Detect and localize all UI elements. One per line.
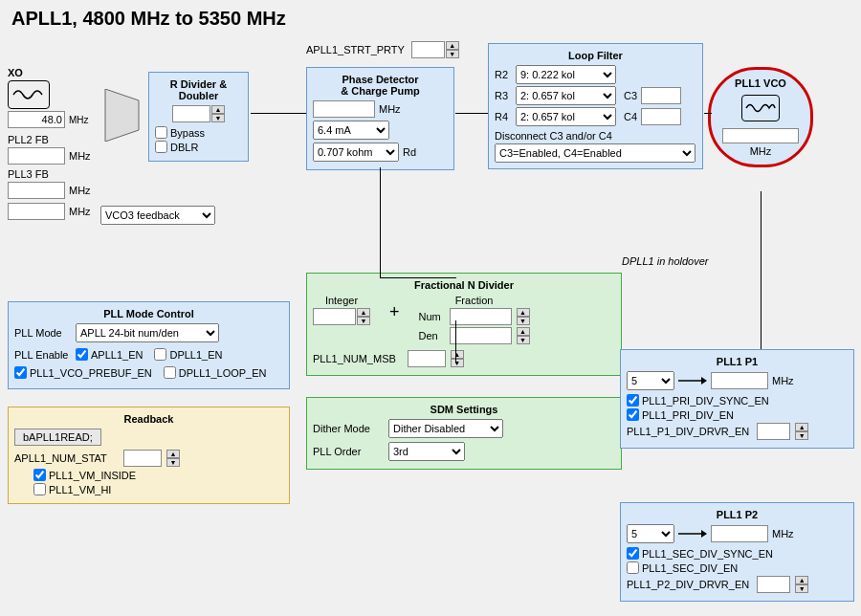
p1-panel: PLL1 P1 5 1000.0 MHz PLL1_PRI_DIV_SYNC_E… [620, 349, 854, 449]
p1-div-drvr-input[interactable]: 1 [757, 423, 790, 440]
xo-section: XO 48.0 MHz PLL2 FB 1406.25 MHz PLL3 FB … [8, 67, 94, 222]
svg-marker-0 [105, 89, 139, 142]
pll1-vco-prebuf-checkbox[interactable] [14, 366, 27, 379]
p2-div-drvr-up[interactable]: ▲ [795, 576, 808, 584]
pd-freq-input[interactable]: 122.88 [313, 100, 375, 118]
frac-den-down[interactable]: ▼ [517, 336, 530, 344]
lf-r3-select[interactable]: 2: 0.657 kol [516, 86, 616, 105]
pll-vm-hi-label: PLL1_VM_HI [49, 484, 111, 495]
bypass-row: Bypass [155, 126, 242, 139]
p1-div-drvr-down[interactable]: ▼ [795, 431, 808, 440]
lf-r2-select[interactable]: 9: 0.222 kol [516, 65, 616, 84]
frac-integer-up[interactable]: ▲ [357, 308, 370, 317]
pll-vm-inside-label: PLL1_VM_INSIDE [49, 470, 136, 481]
frac-integer-input[interactable]: 40 [313, 308, 356, 325]
frac-integer-down[interactable]: ▼ [357, 317, 370, 325]
extra-freq-unit: MHz [69, 206, 91, 217]
p1-div-drvr-up[interactable]: ▲ [795, 423, 808, 431]
vco-freq-input[interactable]: 5000.0 [722, 128, 799, 143]
xo-label: XO [8, 67, 94, 78]
pll1-vco-prebuf-label: PLL1_VCO_PREBUF_EN [30, 367, 152, 379]
p2-sec-div-en-checkbox[interactable] [627, 561, 639, 574]
frac-num-input[interactable]: 5789190 [450, 308, 512, 325]
pd-rd-select[interactable]: 0.707 kohm [313, 143, 399, 162]
apll1-en-checkbox[interactable] [76, 348, 88, 361]
extra-freq-input[interactable]: 1228.8 [8, 203, 65, 220]
apll-strt-spinner[interactable]: ▲ ▼ [446, 41, 459, 58]
frac-num-up[interactable]: ▲ [517, 308, 530, 317]
p2-div-drvr-input[interactable]: 0 [757, 576, 790, 593]
pll-mode-select[interactable]: APLL 24-bit num/den [76, 323, 219, 342]
mux-shape [100, 89, 144, 143]
sdm-order-label: PLL Order [313, 446, 385, 457]
frac-den-label: Den [419, 330, 446, 341]
wire-pd-frac [380, 167, 381, 277]
p2-sec-div-sync-en-checkbox[interactable] [627, 547, 639, 560]
sdm-dither-select[interactable]: Dither Disabled Dither Enabled [388, 419, 503, 438]
dpll1-en-checkbox[interactable] [154, 348, 166, 361]
oscillator-symbol [8, 80, 50, 109]
pll-num-msb-up[interactable]: ▲ [451, 350, 464, 359]
p1-pri-div-en-checkbox[interactable] [627, 408, 639, 421]
p2-div-drvr-down[interactable]: ▼ [795, 584, 808, 593]
svg-marker-2 [701, 377, 707, 385]
pll-num-msb-input[interactable]: 88 [408, 350, 446, 367]
apll-strt-input[interactable]: 2 [411, 41, 445, 58]
apll-num-stat-up[interactable]: ▲ [166, 450, 180, 458]
pll-vm-hi-checkbox[interactable] [33, 483, 46, 495]
sdm-panel: SDM Settings Dither Mode Dither Disabled… [306, 397, 622, 470]
pll-vm-inside-checkbox[interactable] [33, 469, 46, 481]
apll-num-stat-label: APLL1_NUM_STAT [14, 452, 120, 464]
lf-panel: Loop Filter R2 9: 0.222 kol R3 2: 0.657 … [488, 43, 703, 169]
apll-strt-up[interactable]: ▲ [446, 41, 459, 50]
pll3fb-label: PLL3 FB [8, 168, 94, 180]
dpll1-en-label: DPLL1_EN [169, 349, 222, 361]
p2-panel: PLL1 P2 5 1000.0 MHz PLL1_SEC_DIV_SYNC_E… [620, 502, 854, 602]
lf-c4-input[interactable]: 70 pF [641, 108, 681, 125]
r-divider-up[interactable]: ▲ [211, 105, 225, 114]
pll-num-msb-down[interactable]: ▼ [451, 359, 464, 367]
apll-num-stat-input[interactable]: 0 [123, 450, 162, 467]
vco-panel: PLL1 VCO 5000.0 MHz [708, 67, 813, 167]
frac-den-input[interactable]: 8388864 [450, 327, 512, 344]
p1-div-select[interactable]: 5 [627, 371, 674, 390]
p2-div-select[interactable]: 5 [627, 524, 674, 543]
frac-den-up[interactable]: ▲ [517, 327, 530, 336]
p1-freq-input[interactable]: 1000.0 [711, 372, 768, 389]
p1-title: PLL1 P1 [627, 356, 848, 367]
pll2fb-input[interactable]: 1406.25 [8, 147, 65, 165]
dblr-checkbox[interactable] [155, 141, 167, 153]
r-divider-input[interactable]: 10 [172, 105, 210, 122]
pll-num-msb-label: PLL1_NUM_MSB [313, 353, 396, 364]
pll3fb-input[interactable]: 1228.8 [8, 182, 65, 199]
p2-freq-unit: MHz [772, 528, 794, 539]
p1-arrow [678, 375, 707, 386]
lf-c3-input[interactable]: 70 pF [641, 87, 681, 104]
apll-num-stat-down[interactable]: ▼ [166, 458, 180, 467]
sdm-order-select[interactable]: 3rd 1st 2nd [388, 442, 465, 461]
wire-pd-frac-h [380, 277, 456, 278]
frac-num-down[interactable]: ▼ [517, 317, 530, 325]
pd-current-select[interactable]: 6.4 mA [313, 121, 389, 140]
wire-frac-up [455, 320, 456, 363]
lf-title: Loop Filter [495, 50, 696, 61]
p1-pri-div-sync-en-checkbox[interactable] [627, 394, 639, 407]
xo-freq-unit: MHz [69, 115, 89, 125]
bypass-checkbox[interactable] [155, 126, 167, 139]
r-divider-title: R Divider &Doubler [155, 78, 242, 101]
apll-strt-down[interactable]: ▼ [446, 50, 459, 58]
lf-r2-label: R2 [495, 69, 512, 80]
p2-div-drvr-label: PLL1_P2_DIV_DRVR_EN [627, 579, 749, 590]
vco3-feedback-select[interactable]: VCO3 feedback [100, 206, 215, 225]
p2-freq-input[interactable]: 1000.0 [711, 525, 768, 542]
xo-freq-input[interactable]: 48.0 [8, 111, 65, 128]
r-divider-down[interactable]: ▼ [211, 114, 225, 122]
pll2fb-label: PLL2 FB [8, 134, 94, 145]
pll-enable-label: PLL Enable [14, 349, 72, 361]
lf-c3c4-select[interactable]: C3=Enabled, C4=Enabled [495, 143, 695, 163]
sdm-dither-label: Dither Mode [313, 423, 385, 434]
p1-pri-div-sync-en-label: PLL1_PRI_DIV_SYNC_EN [642, 395, 769, 407]
dpll1-loop-en-checkbox[interactable] [164, 366, 176, 379]
readback-button[interactable]: bAPLL1READ; [14, 429, 101, 446]
lf-r4-select[interactable]: 2: 0.657 kol [516, 107, 616, 126]
